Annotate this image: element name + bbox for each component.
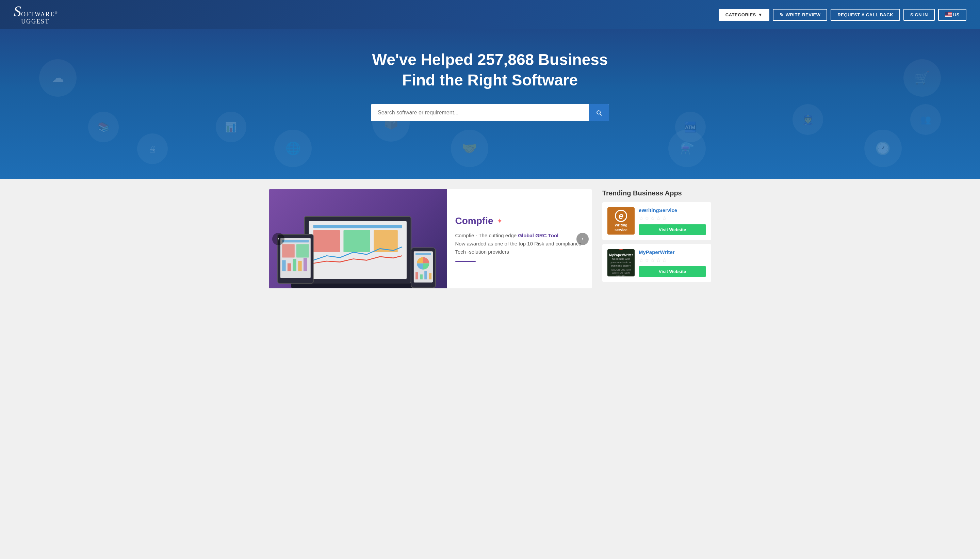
book-icon: 📚 — [88, 112, 119, 142]
us-flag-icon — [945, 12, 952, 17]
svg-rect-18 — [282, 244, 295, 257]
svg-rect-5 — [945, 16, 952, 16]
svg-rect-24 — [304, 258, 307, 271]
search-input[interactable] — [371, 104, 589, 121]
svg-rect-32 — [429, 273, 431, 279]
star-5: ☆ — [662, 257, 667, 263]
carousel-logo: Compfie ✦ — [455, 215, 584, 227]
categories-button[interactable]: CATEGORIES ▼ — [719, 9, 769, 21]
carousel-next-button[interactable]: › — [576, 233, 589, 245]
svg-rect-13 — [374, 230, 398, 252]
svg-rect-7 — [945, 12, 948, 15]
mypaper-name[interactable]: MyPaperWriter — [639, 249, 706, 255]
carousel-divider — [455, 261, 476, 262]
sign-in-button[interactable]: SIGN IN — [903, 9, 935, 21]
star-2: ☆ — [645, 215, 649, 222]
fax-icon: 🖨 — [137, 134, 168, 164]
svg-rect-27 — [416, 253, 431, 255]
devices-illustration — [269, 189, 447, 288]
logo[interactable]: S OFTWARE® UGGEST — [13, 4, 58, 25]
carousel-prev-button[interactable]: ‹ — [272, 233, 284, 245]
mypaper-logo-text: MyPaperWriter — [609, 253, 633, 257]
search-bar — [371, 104, 609, 121]
edit-icon: ✎ — [780, 12, 784, 17]
mypaper-visit-button[interactable]: Visit Website — [639, 266, 706, 277]
ewriting-visit-button[interactable]: Visit Website — [639, 224, 706, 235]
star-3: ☆ — [650, 257, 655, 263]
star-1: ☆ — [639, 257, 643, 263]
ewriting-logo-text: Writingservice — [615, 223, 627, 232]
trending-title: Trending Business Apps — [602, 189, 711, 197]
ewriting-info: eWritingService ☆ ☆ ☆ ☆ ☆ Visit Website — [639, 207, 706, 235]
logo-text: S OFTWARE® UGGEST — [13, 4, 58, 25]
flask-icon: ⚗️ — [668, 130, 706, 167]
mypaper-subtitle: Need help with your academic or business… — [609, 257, 633, 267]
ewriting-logo: e Writingservice — [607, 207, 635, 235]
star-1: ☆ — [639, 215, 643, 222]
svg-rect-4 — [945, 15, 952, 15]
carousel-text: Compfie ✦ Compfie - The cutting edge Glo… — [447, 189, 592, 288]
svg-rect-30 — [420, 275, 422, 279]
star-5: ☆ — [662, 215, 667, 222]
star-4: ☆ — [656, 257, 661, 263]
carousel-image — [269, 189, 447, 288]
mypaper-info: MyPaperWriter ☆ ☆ ☆ ☆ ☆ Visit Website — [639, 249, 706, 277]
handshake-icon: 🤝 — [451, 130, 488, 167]
svg-rect-11 — [313, 230, 340, 252]
svg-rect-20 — [282, 260, 285, 271]
svg-rect-19 — [296, 244, 309, 257]
request-call-button[interactable]: REQUEST A CALL BACK — [831, 9, 900, 21]
hero-section: ☁ 🛒 📚 📊 📦 🏧 👮 👥 🖨 🌐 🤝 ⚗️ 🕐 We've Helped … — [0, 29, 980, 179]
ewriting-name[interactable]: eWritingService — [639, 207, 706, 213]
ewriting-e-letter: e — [615, 210, 627, 222]
svg-rect-31 — [424, 271, 427, 280]
nav-buttons: CATEGORIES ▼ ✎ WRITE REVIEW REQUEST A CA… — [719, 9, 967, 21]
region-button[interactable]: US — [938, 9, 967, 21]
svg-rect-17 — [282, 240, 309, 242]
svg-rect-14 — [291, 283, 424, 288]
carousel: Compfie ✦ Compfie - The cutting edge Glo… — [269, 189, 592, 288]
officer-icon: 👮 — [792, 104, 823, 135]
trending-card-mypaper: M MyPaperWriter Need help with your acad… — [602, 244, 711, 282]
search-button[interactable] — [589, 104, 609, 121]
carousel-description: Compfie - The cutting edge Global GRC To… — [455, 232, 584, 256]
svg-rect-23 — [298, 261, 302, 271]
svg-rect-21 — [287, 263, 291, 272]
group-icon: 👥 — [910, 104, 941, 135]
chart-icon: 📊 — [216, 112, 246, 142]
mypaper-logo: M MyPaperWriter Need help with your acad… — [607, 249, 635, 276]
star-4: ☆ — [656, 215, 661, 222]
svg-rect-29 — [416, 272, 418, 280]
header: S OFTWARE® UGGEST CATEGORIES ▼ ✎ WRITE R… — [0, 0, 980, 29]
star-2: ☆ — [645, 257, 649, 263]
globe-icon: 🌐 — [274, 130, 312, 167]
svg-rect-22 — [293, 259, 296, 271]
chevron-down-icon: ▼ — [758, 12, 762, 17]
svg-rect-12 — [343, 230, 370, 252]
trending-sidebar: Trending Business Apps e Writingservice … — [602, 189, 711, 288]
svg-rect-10 — [313, 225, 402, 228]
write-review-button[interactable]: ✎ WRITE REVIEW — [773, 9, 827, 21]
search-icon — [596, 109, 602, 116]
compfie-star-icon: ✦ — [497, 217, 503, 225]
star-3: ☆ — [650, 215, 655, 222]
mypaper-stars: ☆ ☆ ☆ ☆ ☆ — [639, 257, 706, 263]
ewriting-stars: ☆ ☆ ☆ ☆ ☆ — [639, 215, 706, 222]
trending-card-ewriting: e Writingservice eWritingService ☆ ☆ ☆ ☆… — [602, 202, 711, 240]
hero-title: We've Helped 257,868 Business Find the R… — [13, 50, 967, 91]
mypaper-circle-icon: M — [617, 249, 625, 250]
mypaper-tagline: ORDER CUSTOM WRITTEN TERM PAPERS,THESES,… — [609, 268, 633, 276]
clock-icon: 🕐 — [864, 130, 902, 167]
